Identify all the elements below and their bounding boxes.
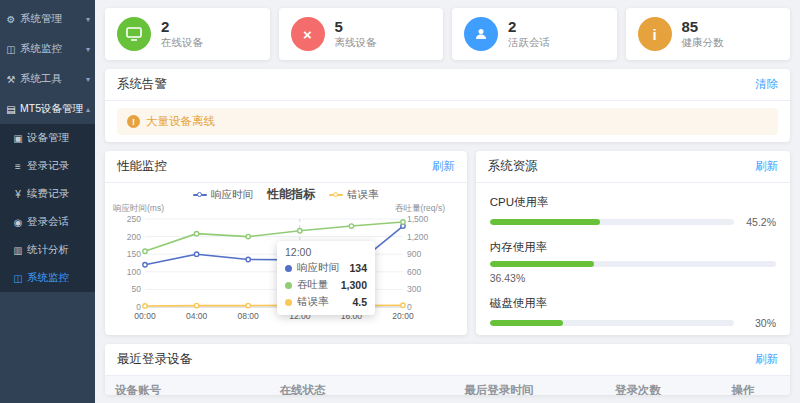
- stat-label: 在线设备: [161, 36, 203, 50]
- card-title: 性能监控: [117, 158, 167, 175]
- svg-text:20:00: 20:00: [392, 311, 414, 321]
- svg-text:吞吐量(req/s): 吞吐量(req/s): [395, 203, 445, 213]
- stat-value: 85: [682, 18, 724, 37]
- list-icon: ≡: [12, 161, 24, 172]
- disk-progress-bar: [490, 320, 734, 326]
- column-last-login-time: 最后登录时间: [454, 376, 605, 395]
- svg-text:50: 50: [132, 284, 142, 294]
- offline-x-icon: ×: [291, 17, 325, 51]
- stat-label: 活跃会话: [508, 36, 550, 50]
- sidebar-subitem-renewal-records[interactable]: ¥ 续费记录: [0, 180, 95, 208]
- system-alerts-card: 系统告警 清除 ! 大量设备离线: [105, 69, 790, 142]
- resource-label: 磁盘使用率: [490, 296, 776, 311]
- stat-card-health-score: i 85 健康分数: [626, 8, 791, 60]
- system-alerts-header: 系统告警 清除: [105, 69, 790, 101]
- main-content: 2 在线设备 × 5 离线设备 2 活跃会话 i 85 健康分数: [95, 0, 800, 403]
- performance-card: 性能监控 刷新 响应时间 性能指标 错误率 005030010060015090…: [105, 151, 467, 335]
- sidebar-subitem-login-sessions[interactable]: ◉ 登录会话: [0, 208, 95, 236]
- chart-tooltip: 12:00 响应时间 134 吞吐量 1,300 错误率 4.5: [277, 241, 375, 315]
- legend-dot-marker: [197, 192, 202, 197]
- svg-text:150: 150: [127, 249, 141, 259]
- bar-chart-icon: ▥: [12, 245, 24, 256]
- resource-value: 45.2%: [742, 216, 776, 228]
- cpu-usage-item: CPU使用率 45.2%: [490, 195, 776, 228]
- series-dot-icon: [285, 282, 292, 289]
- legend-label: 响应时间: [211, 188, 253, 202]
- card-title: 系统告警: [117, 76, 167, 93]
- system-alerts-body: ! 大量设备离线: [105, 101, 790, 142]
- recent-devices-header: 最近登录设备 刷新: [105, 344, 790, 376]
- stat-value: 5: [335, 18, 377, 37]
- user-icon: ◉: [12, 217, 24, 228]
- tooltip-series-value: 134: [349, 262, 367, 274]
- legend-item-error-rate[interactable]: 错误率: [329, 188, 379, 202]
- middle-row: 性能监控 刷新 响应时间 性能指标 错误率 005030010060015090…: [105, 151, 790, 335]
- sidebar-subitem-label: 续费记录: [27, 187, 69, 201]
- svg-text:250: 250: [127, 214, 141, 224]
- stats-row: 2 在线设备 × 5 离线设备 2 活跃会话 i 85 健康分数: [105, 8, 790, 60]
- sidebar-subitem-system-monitoring[interactable]: ◫ 系统监控: [0, 264, 95, 292]
- series-dot-icon: [285, 299, 292, 306]
- svg-text:100: 100: [127, 267, 141, 277]
- series-dot-icon: [285, 265, 292, 272]
- svg-text:600: 600: [407, 267, 421, 277]
- legend-line-marker: [193, 194, 207, 196]
- sidebar-subitem-login-records[interactable]: ≡ 登录记录: [0, 152, 95, 180]
- legend-label: 错误率: [347, 188, 379, 202]
- svg-text:1,500: 1,500: [407, 214, 429, 224]
- stat-label: 离线设备: [335, 36, 377, 50]
- user-session-icon: [464, 17, 498, 51]
- alert-text: 大量设备离线: [146, 114, 215, 129]
- sidebar-subitem-label: 统计分析: [27, 243, 69, 257]
- recent-devices-card: 最近登录设备 刷新 设备账号 在线状态 最后登录时间 登录次数 操作: [105, 344, 790, 395]
- sidebar-subitem-statistics[interactable]: ▥ 统计分析: [0, 236, 95, 264]
- stat-label: 健康分数: [682, 36, 724, 50]
- sidebar-item-mt5-device-management[interactable]: ▤ MT5设备管理 ▴: [0, 94, 95, 124]
- svg-text:300: 300: [407, 284, 421, 294]
- sidebar-item-system-management[interactable]: ⚙ 系统管理 ▾: [0, 4, 95, 34]
- svg-text:200: 200: [127, 232, 141, 242]
- disk-usage-item: 磁盘使用率 30%: [490, 296, 776, 329]
- resource-value: 30%: [742, 317, 776, 329]
- resource-label: CPU使用率: [490, 195, 776, 210]
- legend-item-response-time[interactable]: 响应时间: [193, 188, 253, 202]
- sidebar-item-system-monitoring[interactable]: ◫ 系统监控 ▾: [0, 34, 95, 64]
- sidebar-subitem-label: 登录会话: [27, 215, 69, 229]
- legend-dot-marker: [333, 192, 338, 197]
- recent-devices-table: 设备账号 在线状态 最后登录时间 登录次数 操作: [105, 376, 790, 395]
- table-header-row: 设备账号 在线状态 最后登录时间 登录次数 操作: [105, 376, 790, 395]
- tooltip-series-name: 错误率: [297, 295, 329, 309]
- refresh-resources-button[interactable]: 刷新: [755, 159, 778, 174]
- sidebar-submenu: ▣ 设备管理 ≡ 登录记录 ¥ 续费记录 ◉ 登录会话 ▥ 统计分析 ◫ 系统监…: [0, 124, 95, 292]
- online-device-icon: [117, 17, 151, 51]
- column-actions: 操作: [721, 376, 790, 395]
- column-device-account: 设备账号: [105, 376, 269, 395]
- stat-card-offline-devices: × 5 离线设备: [279, 8, 444, 60]
- column-online-status: 在线状态: [269, 376, 454, 395]
- warning-alert: ! 大量设备离线: [117, 108, 778, 135]
- chart-title: 性能指标: [267, 186, 315, 203]
- sidebar-subitem-label: 登录记录: [27, 159, 69, 173]
- refresh-performance-button[interactable]: 刷新: [432, 159, 455, 174]
- stat-card-active-sessions: 2 活跃会话: [452, 8, 617, 60]
- device-icon: ▣: [12, 133, 24, 144]
- performance-chart-area[interactable]: 响应时间 性能指标 错误率 00503001006001509002001,20…: [105, 183, 467, 335]
- sidebar-item-label: 系统工具: [20, 72, 62, 86]
- tooltip-row: 错误率 4.5: [285, 295, 367, 309]
- performance-header: 性能监控 刷新: [105, 151, 467, 183]
- sidebar-item-label: MT5设备管理: [20, 102, 83, 116]
- stat-value: 2: [161, 18, 203, 37]
- svg-text:04:00: 04:00: [186, 311, 208, 321]
- clear-alerts-button[interactable]: 清除: [755, 77, 778, 92]
- svg-text:900: 900: [407, 249, 421, 259]
- sidebar-item-system-tools[interactable]: ⚒ 系统工具 ▾: [0, 64, 95, 94]
- card-title: 系统资源: [488, 158, 538, 175]
- sidebar-subitem-device-management[interactable]: ▣ 设备管理: [0, 124, 95, 152]
- refresh-recent-button[interactable]: 刷新: [755, 352, 778, 367]
- monitor-icon: ◫: [12, 273, 24, 284]
- sidebar-item-label: 系统监控: [20, 42, 62, 56]
- memory-progress-bar: [490, 261, 776, 267]
- cpu-progress-bar: [490, 219, 734, 225]
- tooltip-series-name: 响应时间: [297, 261, 339, 275]
- system-resources-card: 系统资源 刷新 CPU使用率 45.2% 内存使用率 36.43%: [476, 151, 790, 335]
